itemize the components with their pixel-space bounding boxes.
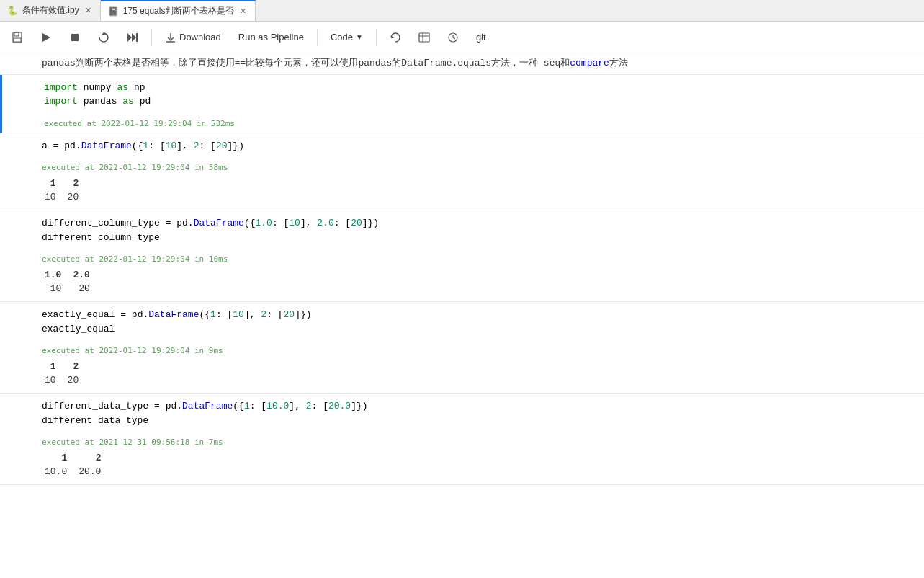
tab-label: 条件有效值.ipy <box>22 4 79 17</box>
git-label: git <box>476 32 486 43</box>
table-icon <box>418 32 430 43</box>
cell-3-code[interactable]: different_column_type = pd.DataFrame({1.… <box>36 213 924 247</box>
num3: 2 <box>194 141 199 151</box>
svg-rect-8 <box>136 33 138 42</box>
alias-np: np <box>134 82 145 93</box>
restart-run-button[interactable] <box>121 29 144 46</box>
bracket5: ], <box>244 309 261 320</box>
kw-import2: import <box>44 96 78 107</box>
cell-1: import numpy as np import pandas as pd e… <box>0 75 924 133</box>
colon6: : [ <box>266 309 283 320</box>
kw-import1: import <box>44 82 78 93</box>
tab-label-active: 175 equals判断两个表格是否 <box>123 5 235 17</box>
num8: 20 <box>351 218 362 228</box>
num10: 10 <box>233 309 244 320</box>
cell-5-input[interactable]: different_data_type = pd.DataFrame({1: [… <box>0 394 924 433</box>
sep-3 <box>376 29 377 46</box>
tab-条件有效值[interactable]: 🐍 条件有效值.ipy ✕ <box>0 0 101 21</box>
space6 <box>134 96 140 107</box>
stop-icon <box>69 32 81 43</box>
py-icon: 🐍 <box>7 6 18 16</box>
description-cell: pandas判断两个表格是否相等，除了直接使用==比较每个元素，还可以使用pan… <box>0 53 924 75</box>
table-row: 10.0 20.0 <box>42 465 109 479</box>
svg-marker-10 <box>391 35 394 38</box>
func-dataframe3: DataFrame <box>148 309 199 320</box>
restart-button[interactable] <box>92 29 115 46</box>
eq3: = <box>115 309 131 320</box>
mod-pandas: pandas <box>84 96 117 107</box>
colon8: : [ <box>312 401 328 412</box>
download-label: Download <box>179 32 221 43</box>
num7: 2.0 <box>317 218 333 228</box>
cell-2-code[interactable]: a = pd.DataFrame({1: [10], 2: [20]}) <box>36 136 924 156</box>
cell-2-input[interactable]: a = pd.DataFrame({1: [10], 2: [20]}) <box>0 133 924 159</box>
save-button[interactable] <box>6 29 29 46</box>
tab-bar: 🐍 条件有效值.ipy ✕ 📓 175 equals判断两个表格是否 ✕ <box>0 0 924 22</box>
col-header: 1 <box>42 177 65 190</box>
run-pipeline-label: Run as Pipeline <box>238 32 304 43</box>
clock-button[interactable] <box>441 29 465 46</box>
cell-4-exec-time: executed at 2022-01-12 19:29:04 in 9ms <box>0 344 924 357</box>
refresh-button[interactable] <box>384 29 407 46</box>
cell-3-exec-time: executed at 2022-01-12 19:29:04 in 10ms <box>0 253 924 265</box>
code-dropdown[interactable]: Code ▼ <box>325 29 369 45</box>
cell-3-input[interactable]: different_column_type = pd.DataFrame({1.… <box>0 210 924 250</box>
table-row: 10 20 <box>42 373 87 387</box>
cell-val: 20 <box>70 282 98 295</box>
num2: 10 <box>166 141 177 151</box>
col-header: 2 <box>65 177 88 190</box>
tab-close-1[interactable]: ✕ <box>238 6 248 17</box>
cell-5-code[interactable]: different_data_type = pd.DataFrame({1: [… <box>36 396 924 430</box>
cell-val: 20.0 <box>76 465 109 479</box>
punc4: ( <box>233 401 238 412</box>
space3 <box>128 82 134 93</box>
bracket2: ]}) <box>228 141 244 151</box>
num13: 1 <box>244 401 250 412</box>
cell-val: 20 <box>65 190 88 204</box>
stop-button[interactable] <box>63 29 86 46</box>
mod-numpy: numpy <box>84 82 112 93</box>
cell-1-code[interactable]: import numpy as np import pandas as pd <box>38 78 924 112</box>
run-button[interactable] <box>35 29 58 46</box>
pd-ref: pd. <box>64 141 81 151</box>
tab-close-0[interactable]: ✕ <box>84 5 93 16</box>
svg-rect-1 <box>14 32 19 36</box>
var-ee2: exactly_equal <box>42 324 115 334</box>
num16: 20.0 <box>328 401 351 412</box>
restart-icon <box>98 32 109 43</box>
download-icon <box>165 32 176 43</box>
eq2: = <box>160 218 176 228</box>
cell-4-number <box>0 305 36 312</box>
colon7: : [ <box>250 401 266 412</box>
download-button[interactable]: Download <box>159 29 227 46</box>
git-button[interactable]: git <box>470 29 492 45</box>
cell-2-exec-time: executed at 2022-01-12 19:29:04 in 58ms <box>0 161 924 174</box>
code-label: Code <box>331 32 353 43</box>
cell-2: a = pd.DataFrame({1: [10], 2: [20]}) exe… <box>0 133 924 211</box>
col-header: 1 <box>42 360 65 373</box>
run-pipeline-button[interactable]: Run as Pipeline <box>233 29 310 45</box>
run-icon <box>40 32 52 43</box>
col-header: 2.0 <box>70 268 98 282</box>
cell-4-input[interactable]: exactly_equal = pd.DataFrame({1: [10], 2… <box>0 302 924 342</box>
colon4: : [ <box>334 218 351 228</box>
bracket7: ], <box>289 401 305 412</box>
cell-5: different_data_type = pd.DataFrame({1: [… <box>0 394 924 485</box>
chevron-down-icon: ▼ <box>356 33 363 41</box>
table-button[interactable] <box>413 29 436 46</box>
punc2: ( <box>244 218 250 228</box>
cell-4-code[interactable]: exactly_equal = pd.DataFrame({1: [10], 2… <box>36 305 924 339</box>
pd-ref3: pd. <box>132 309 148 320</box>
cell-5-output: executed at 2021-12-31 09:56:18 in 7ms 1… <box>0 433 924 484</box>
bracket3: ], <box>300 218 317 228</box>
table-row: 10 20 <box>42 282 99 295</box>
cell-1-exec-time: executed at 2022-01-12 19:29:04 in 532ms <box>2 117 924 130</box>
cell-val: 10 <box>42 190 65 204</box>
cell-1-input[interactable]: import numpy as np import pandas as pd <box>2 75 924 115</box>
col-header: 1.0 <box>42 268 70 282</box>
colon2: : [ <box>199 141 216 151</box>
bracket4: ]}) <box>362 218 379 228</box>
tab-175-equals[interactable]: 📓 175 equals判断两个表格是否 ✕ <box>101 0 256 21</box>
space1 <box>78 82 84 93</box>
svg-rect-2 <box>14 38 21 42</box>
